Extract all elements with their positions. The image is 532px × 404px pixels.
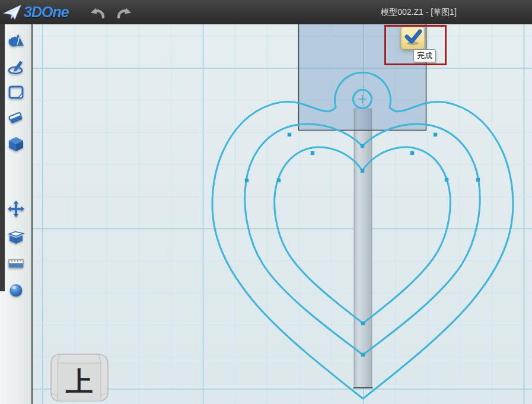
- sidebar-item-sketch-plane[interactable]: [6, 83, 26, 103]
- sidebar-item-measure[interactable]: [6, 254, 26, 274]
- grid-lines: [33, 24, 532, 404]
- app-name: 3DOne: [24, 4, 69, 21]
- title-bar: 3DOne 模型002.Z1 - [草图1]: [0, 0, 532, 25]
- move-arrows-icon: [7, 200, 25, 218]
- feature-cube-icon: [7, 135, 25, 153]
- sidebar-item-feature-cube[interactable]: [6, 135, 26, 155]
- undo-icon: [88, 4, 107, 20]
- assembly-box-icon: [7, 227, 25, 245]
- finish-button[interactable]: [401, 27, 425, 49]
- sketch-draw-icon: [7, 58, 25, 75]
- finish-tooltip: 完成: [413, 49, 436, 62]
- eraser-icon: [7, 109, 25, 127]
- view-cube[interactable]: 上: [50, 353, 109, 403]
- sketch-plane-icon: [7, 84, 25, 101]
- extrude-bar: [353, 109, 373, 388]
- material-sphere-icon: [7, 281, 25, 299]
- view-cube-front-label: 上: [50, 362, 109, 400]
- redo-icon: [114, 4, 133, 20]
- application-window: 3DOne 模型002.Z1 - [草图1]: [0, 0, 532, 404]
- sketch-canvas[interactable]: 完成 上: [33, 24, 532, 404]
- toolbox-sidebar: [0, 24, 33, 404]
- sidebar-item-sketch-draw[interactable]: [6, 57, 26, 77]
- paper-plane-icon: [3, 3, 22, 21]
- sidebar-item-eraser[interactable]: [6, 109, 26, 129]
- sidebar-item-material[interactable]: [6, 281, 26, 301]
- sidebar-item-move[interactable]: [6, 199, 26, 220]
- sidebar-item-assembly[interactable]: [6, 227, 26, 247]
- undo-button[interactable]: [88, 4, 108, 21]
- app-logo: 3DOne: [3, 3, 69, 21]
- primitive-solids-icon: [7, 31, 25, 49]
- measure-ruler-icon: [7, 255, 25, 272]
- sidebar-edge-strip: [0, 24, 5, 291]
- check-icon: [402, 27, 424, 47]
- redo-button[interactable]: [114, 4, 134, 21]
- sketch-drawing: [33, 24, 532, 404]
- sidebar-item-primitive-solids[interactable]: [6, 30, 26, 50]
- window-title: 模型002.Z1 - [草图1]: [359, 0, 478, 24]
